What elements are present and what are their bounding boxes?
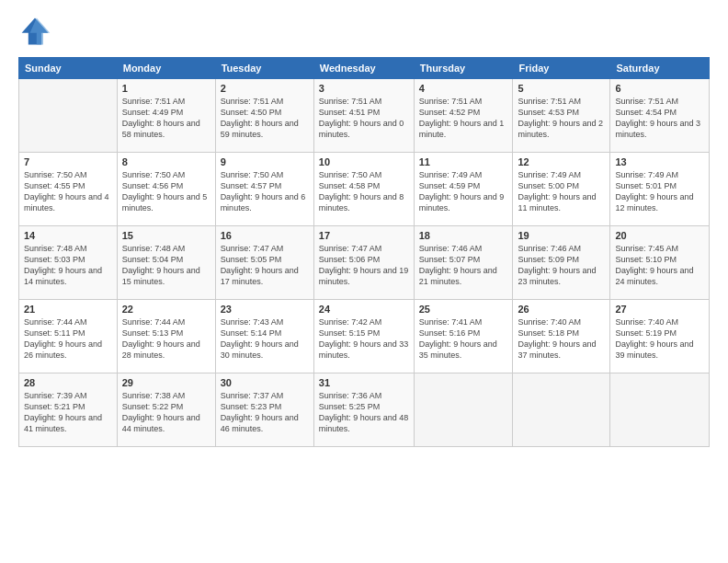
calendar-cell: 11Sunrise: 7:49 AMSunset: 4:59 PMDayligh… xyxy=(414,153,513,226)
calendar-week-4: 21Sunrise: 7:44 AMSunset: 5:11 PMDayligh… xyxy=(19,300,710,373)
calendar-cell xyxy=(513,373,610,447)
day-info: Sunrise: 7:47 AMSunset: 5:06 PMDaylight:… xyxy=(319,243,409,288)
calendar-cell: 5Sunrise: 7:51 AMSunset: 4:53 PMDaylight… xyxy=(513,79,610,153)
calendar-cell: 27Sunrise: 7:40 AMSunset: 5:19 PMDayligh… xyxy=(610,300,710,373)
weekday-header-friday: Friday xyxy=(513,58,610,79)
day-number: 20 xyxy=(615,230,704,241)
day-number: 26 xyxy=(518,304,605,315)
day-number: 27 xyxy=(615,304,704,315)
header xyxy=(18,15,710,48)
day-number: 7 xyxy=(24,156,112,167)
calendar-cell: 25Sunrise: 7:41 AMSunset: 5:16 PMDayligh… xyxy=(414,300,513,373)
calendar-cell: 14Sunrise: 7:48 AMSunset: 5:03 PMDayligh… xyxy=(19,226,118,300)
calendar-cell: 1Sunrise: 7:51 AMSunset: 4:49 PMDaylight… xyxy=(117,79,215,153)
calendar-week-2: 7Sunrise: 7:50 AMSunset: 4:55 PMDaylight… xyxy=(19,153,710,226)
day-number: 3 xyxy=(319,83,409,94)
calendar-cell: 8Sunrise: 7:50 AMSunset: 4:56 PMDaylight… xyxy=(117,153,215,226)
calendar-week-5: 28Sunrise: 7:39 AMSunset: 5:21 PMDayligh… xyxy=(19,373,710,447)
day-info: Sunrise: 7:47 AMSunset: 5:05 PMDaylight:… xyxy=(221,243,309,288)
calendar-cell: 26Sunrise: 7:40 AMSunset: 5:18 PMDayligh… xyxy=(513,300,610,373)
day-info: Sunrise: 7:41 AMSunset: 5:16 PMDaylight:… xyxy=(419,316,508,362)
day-number: 11 xyxy=(419,156,508,167)
day-info: Sunrise: 7:48 AMSunset: 5:03 PMDaylight:… xyxy=(24,243,112,288)
day-info: Sunrise: 7:38 AMSunset: 5:22 PMDaylight:… xyxy=(122,390,210,435)
day-number: 14 xyxy=(24,230,112,241)
day-info: Sunrise: 7:49 AMSunset: 5:00 PMDaylight:… xyxy=(518,169,605,214)
day-number: 17 xyxy=(319,230,409,241)
calendar-cell: 15Sunrise: 7:48 AMSunset: 5:04 PMDayligh… xyxy=(117,226,215,300)
day-number: 5 xyxy=(518,83,605,94)
day-info: Sunrise: 7:45 AMSunset: 5:10 PMDaylight:… xyxy=(615,243,704,288)
calendar-week-1: 1Sunrise: 7:51 AMSunset: 4:49 PMDaylight… xyxy=(19,79,710,153)
calendar-cell xyxy=(610,373,710,447)
day-info: Sunrise: 7:51 AMSunset: 4:52 PMDaylight:… xyxy=(419,96,508,141)
calendar-cell: 30Sunrise: 7:37 AMSunset: 5:23 PMDayligh… xyxy=(215,373,313,447)
day-number: 29 xyxy=(122,377,210,388)
day-info: Sunrise: 7:51 AMSunset: 4:49 PMDaylight:… xyxy=(122,96,210,141)
day-number: 19 xyxy=(518,230,605,241)
calendar-cell: 22Sunrise: 7:44 AMSunset: 5:13 PMDayligh… xyxy=(117,300,215,373)
day-number: 12 xyxy=(518,156,605,167)
calendar-week-3: 14Sunrise: 7:48 AMSunset: 5:03 PMDayligh… xyxy=(19,226,710,300)
day-number: 8 xyxy=(122,156,210,167)
calendar-cell: 10Sunrise: 7:50 AMSunset: 4:58 PMDayligh… xyxy=(313,153,414,226)
day-info: Sunrise: 7:51 AMSunset: 4:50 PMDaylight:… xyxy=(221,96,309,141)
calendar-cell: 19Sunrise: 7:46 AMSunset: 5:09 PMDayligh… xyxy=(513,226,610,300)
day-info: Sunrise: 7:51 AMSunset: 4:54 PMDaylight:… xyxy=(615,96,704,141)
day-info: Sunrise: 7:51 AMSunset: 4:53 PMDaylight:… xyxy=(518,96,605,141)
weekday-header-saturday: Saturday xyxy=(610,58,710,79)
day-number: 6 xyxy=(615,83,704,94)
day-info: Sunrise: 7:50 AMSunset: 4:55 PMDaylight:… xyxy=(24,169,112,214)
day-info: Sunrise: 7:50 AMSunset: 4:58 PMDaylight:… xyxy=(319,169,409,214)
day-number: 21 xyxy=(24,304,112,315)
calendar-cell: 6Sunrise: 7:51 AMSunset: 4:54 PMDaylight… xyxy=(610,79,710,153)
calendar-cell: 17Sunrise: 7:47 AMSunset: 5:06 PMDayligh… xyxy=(313,226,414,300)
logo-icon xyxy=(18,15,51,48)
day-number: 9 xyxy=(221,156,309,167)
day-info: Sunrise: 7:36 AMSunset: 5:25 PMDaylight:… xyxy=(319,390,409,435)
calendar-cell: 28Sunrise: 7:39 AMSunset: 5:21 PMDayligh… xyxy=(19,373,118,447)
weekday-header-tuesday: Tuesday xyxy=(215,58,313,79)
logo xyxy=(18,15,55,48)
day-info: Sunrise: 7:50 AMSunset: 4:57 PMDaylight:… xyxy=(221,169,309,214)
day-number: 28 xyxy=(24,377,112,388)
day-info: Sunrise: 7:46 AMSunset: 5:07 PMDaylight:… xyxy=(419,243,508,288)
day-number: 22 xyxy=(122,304,210,315)
calendar-cell: 21Sunrise: 7:44 AMSunset: 5:11 PMDayligh… xyxy=(19,300,118,373)
day-number: 15 xyxy=(122,230,210,241)
day-number: 13 xyxy=(615,156,704,167)
day-number: 30 xyxy=(221,377,309,388)
day-info: Sunrise: 7:42 AMSunset: 5:15 PMDaylight:… xyxy=(319,316,409,362)
calendar-cell: 29Sunrise: 7:38 AMSunset: 5:22 PMDayligh… xyxy=(117,373,215,447)
day-info: Sunrise: 7:51 AMSunset: 4:51 PMDaylight:… xyxy=(319,96,409,141)
calendar-cell: 9Sunrise: 7:50 AMSunset: 4:57 PMDaylight… xyxy=(215,153,313,226)
day-number: 18 xyxy=(419,230,508,241)
day-info: Sunrise: 7:40 AMSunset: 5:18 PMDaylight:… xyxy=(518,316,605,362)
day-info: Sunrise: 7:44 AMSunset: 5:13 PMDaylight:… xyxy=(122,316,210,362)
page: SundayMondayTuesdayWednesdayThursdayFrid… xyxy=(0,0,728,563)
weekday-header-wednesday: Wednesday xyxy=(313,58,414,79)
day-info: Sunrise: 7:39 AMSunset: 5:21 PMDaylight:… xyxy=(24,390,112,435)
calendar-cell: 12Sunrise: 7:49 AMSunset: 5:00 PMDayligh… xyxy=(513,153,610,226)
weekday-header-sunday: Sunday xyxy=(19,58,118,79)
day-number: 16 xyxy=(221,230,309,241)
day-number: 24 xyxy=(319,304,409,315)
weekday-header-monday: Monday xyxy=(117,58,215,79)
day-info: Sunrise: 7:46 AMSunset: 5:09 PMDaylight:… xyxy=(518,243,605,288)
calendar-cell: 18Sunrise: 7:46 AMSunset: 5:07 PMDayligh… xyxy=(414,226,513,300)
day-number: 10 xyxy=(319,156,409,167)
day-info: Sunrise: 7:49 AMSunset: 4:59 PMDaylight:… xyxy=(419,169,508,214)
day-number: 31 xyxy=(319,377,409,388)
day-number: 23 xyxy=(221,304,309,315)
calendar-table: SundayMondayTuesdayWednesdayThursdayFrid… xyxy=(18,57,710,447)
calendar-cell: 23Sunrise: 7:43 AMSunset: 5:14 PMDayligh… xyxy=(215,300,313,373)
day-info: Sunrise: 7:49 AMSunset: 5:01 PMDaylight:… xyxy=(615,169,704,214)
calendar-cell: 31Sunrise: 7:36 AMSunset: 5:25 PMDayligh… xyxy=(313,373,414,447)
calendar-header-row: SundayMondayTuesdayWednesdayThursdayFrid… xyxy=(19,58,710,79)
calendar-cell: 7Sunrise: 7:50 AMSunset: 4:55 PMDaylight… xyxy=(19,153,118,226)
calendar-cell: 4Sunrise: 7:51 AMSunset: 4:52 PMDaylight… xyxy=(414,79,513,153)
day-number: 2 xyxy=(221,83,309,94)
calendar-cell: 20Sunrise: 7:45 AMSunset: 5:10 PMDayligh… xyxy=(610,226,710,300)
day-info: Sunrise: 7:50 AMSunset: 4:56 PMDaylight:… xyxy=(122,169,210,214)
calendar-cell: 16Sunrise: 7:47 AMSunset: 5:05 PMDayligh… xyxy=(215,226,313,300)
